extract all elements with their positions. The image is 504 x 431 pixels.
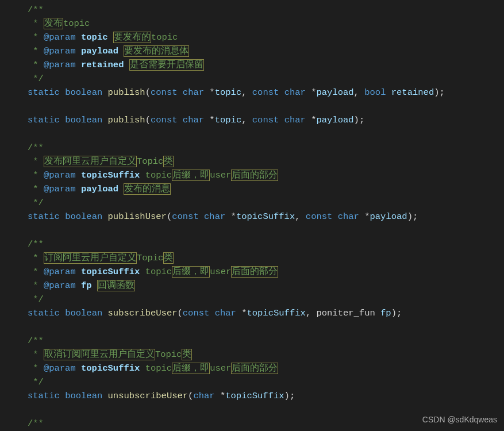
fn-name: subscribeUser [108,308,178,318]
paren: ( [145,115,151,125]
type-char: char [284,87,306,98]
doc-open: /** [28,239,44,249]
doc-star: * [28,32,44,43]
watermark-text: CSDN @sdKdqweas [422,414,497,426]
code-line: /** [28,141,504,155]
param-name: topicSuffix [225,391,284,401]
comma: , [241,115,247,125]
paren: ( [177,308,182,318]
doc-param-name: topicSuffix [76,363,145,374]
doc-text: topic [145,267,172,277]
doc-desc: 要发布的消息体 [124,45,189,57]
doc-star: * [28,60,44,70]
doc-desc: 要发布的 [113,32,151,43]
code-line: * 发布阿里云用户自定义Topic类 [28,155,504,169]
doc-desc: 后缀，即 [172,363,210,374]
blank-line [28,100,504,114]
end: ); [284,391,295,401]
doc-open: /** [28,143,44,153]
code-line: * @param topicSuffix topic后缀，即user后面的部分 [28,265,504,279]
doc-tag-param: @param [44,170,76,180]
code-line: /** [28,334,504,348]
kw-static: static [28,391,60,401]
code-line: * 订阅阿里云用户自定义Topic类 [28,252,504,265]
doc-param-name: fp [76,280,97,291]
kw-const: const [151,115,178,125]
code-line: * @param payload 发布的消息 [28,183,504,197]
code-line: static boolean unsubscribeUser(char *top… [28,390,504,403]
type-char: char [183,115,204,125]
kw-boolean: boolean [65,115,102,125]
doc-star: * [28,349,44,360]
kw-boolean: boolean [65,211,102,222]
param-name: fp [380,308,391,318]
doc-text: user [210,363,231,374]
doc-tag-param: @param [44,32,76,43]
code-editor[interactable]: /** * 发布topic * @param topic 要发布的topic *… [0,0,504,431]
doc-text: topic [145,170,172,180]
doc-desc: 后面的部分 [231,170,278,181]
star: * [209,87,214,98]
doc-star: * [28,18,44,29]
fn-name: publishUser [108,211,167,222]
doc-desc: 回调函数 [97,280,135,291]
comma: , [354,87,359,98]
doc-star: * [28,156,44,167]
doc-desc: 后缀，即 [172,266,210,278]
doc-star: * [28,170,44,180]
doc-text: Topic [137,156,164,167]
type-char: char [183,87,204,98]
code-line: * @param topic 要发布的topic [28,31,504,45]
type-char: char [284,115,306,125]
end: ); [354,115,365,125]
star: * [220,391,225,401]
doc-desc: 取消订阅阿里云用户自定义 [44,349,155,360]
doc-text: Topic [137,253,164,263]
kw-static: static [28,115,60,125]
param-name: payload [316,115,353,125]
type-char: char [204,211,225,222]
doc-param-name: topicSuffix [76,267,145,277]
doc-close: */ [28,294,44,305]
type-char: char [215,308,236,318]
kw-boolean: boolean [65,87,102,98]
code-line: * 取消订阅阿里云用户自定义Topic类 [28,348,504,362]
doc-open: /** [28,418,44,429]
doc-desc: 后面的部分 [231,363,278,374]
type-char: char [193,391,214,401]
code-line: static boolean subscribeUser(const char … [28,307,504,321]
doc-text: user [210,170,231,180]
kw-boolean: boolean [65,308,102,318]
doc-text: user [210,267,231,277]
doc-open: /** [28,5,44,15]
doc-tag-param: @param [44,46,76,56]
type-poniter-fun: poniter_fun [316,308,375,318]
kw-static: static [28,87,60,98]
doc-star: * [28,253,44,263]
doc-param-name: retained [76,60,129,70]
type-bool: bool [364,87,386,98]
kw-const: const [183,308,210,318]
code-line: static boolean publish(const char *topic… [28,86,504,100]
doc-star: * [28,267,44,277]
doc-star: * [28,184,44,194]
paren: ( [188,391,193,401]
code-line: * 发布topic [28,17,504,31]
fn-name: unsubscribeUser [108,391,188,401]
star: * [209,115,214,125]
code-area[interactable]: /** * 发布topic * @param topic 要发布的topic *… [17,0,504,431]
end: ); [391,308,402,318]
doc-desc: 类 [182,349,192,360]
code-line: */ [28,72,504,86]
doc-close: */ [28,74,44,84]
blank-line [28,224,504,238]
comma: , [306,308,311,318]
kw-static: static [28,308,60,318]
code-line: * @param fp 回调函数 [28,279,504,293]
code-line: * @param payload 要发布的消息体 [28,45,504,59]
doc-text: topic [145,363,172,374]
line-gutter [0,0,17,431]
code-line: */ [28,197,504,210]
type-char: char [338,211,359,222]
code-line: */ [28,293,504,307]
